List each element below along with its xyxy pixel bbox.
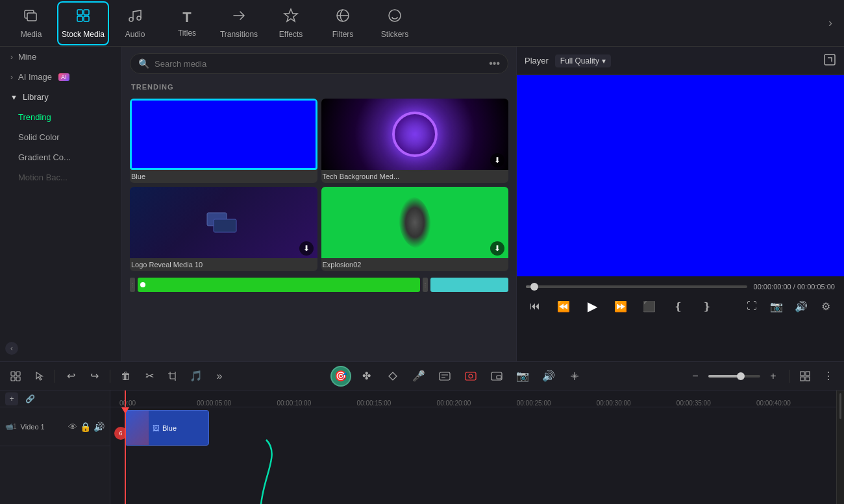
svg-rect-17 [16,377,20,381]
sidebar-item-motion-bac[interactable]: Motion Bac... [0,167,121,187]
filters-icon [335,8,351,27]
ruler-tick-5: 00:00:25:00 [517,400,597,407]
explosion-download-icon[interactable]: ⬇ [490,241,504,256]
sidebar-library-section[interactable]: ▼ Library [0,87,121,107]
crop-btn[interactable] [162,366,183,387]
ai-tool-btn[interactable]: 🎯 [330,366,351,387]
chevron-down-icon: ▼ [10,93,18,101]
mic-btn[interactable]: 🎤 [408,366,429,387]
add-track-btn[interactable]: + [5,392,18,405]
svg-marker-8 [284,9,297,21]
link-btn[interactable]: 🔗 [23,392,36,405]
select-tool-btn[interactable] [29,366,49,387]
explosion-label: Explosion02 [321,258,509,271]
track-label-video1: 📹1 Video 1 👁 🔒 🔊 [0,407,110,446]
timeline-strip: ⋮ ⋮ [130,278,508,292]
redo-btn[interactable]: ↪ [84,366,105,387]
mask-btn[interactable] [382,366,403,387]
scrollbar-thumb[interactable] [839,393,841,419]
media-card-explosion[interactable]: ⬇ Explosion02 [321,187,509,271]
mark-out-btn[interactable]: ❵ [697,297,715,315]
clip-blue[interactable]: 🖼 Blue [125,410,209,446]
media-card-logo[interactable]: ⬇ Logo Reveal Media 10 [130,187,317,271]
sidebar-trending-label: Trending [18,112,51,122]
audio-extract-btn[interactable]: 🎵 [186,366,206,387]
sidebar-gradient-label: Gradient Co... [18,152,71,162]
timeline-scrollbar[interactable] [836,390,844,504]
picture-in-picture-btn[interactable] [486,366,507,387]
nav-media[interactable]: Media [5,1,57,45]
nav-stickers[interactable]: Stickers [369,1,421,45]
more-options-btn[interactable]: ⋮ [818,366,839,387]
volume-btn[interactable]: 🔊 [792,297,810,315]
play-btn[interactable]: ▶ [583,297,601,315]
nav-titles[interactable]: T Titles [161,1,213,45]
skip-back-btn[interactable]: ⏮ [526,297,544,315]
sidebar-item-mine[interactable]: › Mine [0,47,121,67]
ruler-tick-7: 00:00:35:00 [676,400,756,407]
volume-timeline-btn[interactable]: 🔊 [538,366,559,387]
search-more-icon[interactable]: ••• [489,58,500,69]
quality-select[interactable]: Full Quality ▾ [555,54,611,67]
track-name-label: Video 1 [21,423,45,431]
sidebar-item-trending[interactable]: Trending [0,107,121,127]
nav-transitions[interactable]: Transitions [213,1,265,45]
progress-dot [530,283,538,291]
grid-layout-btn[interactable] [795,366,815,387]
subtitles-btn[interactable] [434,366,455,387]
media-card-blue[interactable]: Blue [130,99,317,183]
strip-cyan [430,278,508,292]
volume-track-icon[interactable]: 🔊 [93,422,105,432]
video-edit-btn[interactable] [460,366,481,387]
sidebar-item-gradient[interactable]: Gradient Co... [0,147,121,167]
chevron-right-icon-2: › [10,73,13,82]
audio-icon [127,8,143,27]
noise-btn[interactable]: ✤ [356,366,377,387]
nav-stock-media[interactable]: Stock Media [57,1,109,45]
media-card-tech[interactable]: ⬇ Tech Background Med... [321,99,509,183]
player-expand-icon[interactable] [823,53,836,69]
chevron-left-icon: ‹ [10,344,13,353]
nav-audio[interactable]: Audio [109,1,161,45]
undo-btn[interactable]: ↩ [60,366,81,387]
progress-bar[interactable] [526,285,747,288]
zoom-slider[interactable] [708,375,760,378]
cut-btn[interactable]: ✂ [139,366,160,387]
sidebar-item-ai-image[interactable]: › AI Image AI [0,67,121,87]
lock-icon[interactable]: 🔒 [80,422,91,432]
tech-download-icon[interactable]: ⬇ [490,153,504,167]
sidebar-ai-label: AI Image [18,72,52,82]
frame-back-btn[interactable]: ⏪ [554,297,573,315]
stock-media-icon [75,8,91,27]
settings-extra-btn[interactable]: ⚙ [817,297,835,315]
mark-in-btn[interactable]: ❴ [669,297,687,315]
nav-more-chevron[interactable]: › [822,16,839,30]
nav-filters[interactable]: Filters [317,1,369,45]
track-content-area[interactable]: 6 🖼 Blue [110,407,836,504]
frame-forward-btn[interactable]: ⏩ [612,297,630,315]
sidebar-item-solid-color[interactable]: Solid Color [0,127,121,147]
grid-view-btn[interactable] [5,366,26,387]
transform-btn[interactable] [564,366,585,387]
stop-btn[interactable]: ⬛ [640,297,658,315]
nav-filters-label: Filters [332,30,354,39]
snapshot-btn[interactable]: 📷 [767,297,786,315]
zoom-out-btn[interactable]: − [685,366,706,387]
more-btn[interactable]: » [209,366,230,387]
svg-rect-20 [465,372,476,380]
delete-btn[interactable]: 🗑 [116,366,136,387]
logo-content [130,187,317,258]
zoom-in-btn[interactable]: + [763,366,784,387]
svg-rect-1 [27,13,36,21]
camera-btn[interactable]: 📷 [512,366,533,387]
center-tools: 🎯 ✤ 🎤 📷 🔊 [330,366,585,387]
nav-effects[interactable]: Effects [265,1,317,45]
logo-download-icon[interactable]: ⬇ [299,241,314,256]
left-sidebar: › Mine › AI Image AI ▼ Library Trending … [0,47,122,361]
eye-icon[interactable]: 👁 [68,422,77,432]
sidebar-collapse-btn[interactable]: ‹ [5,342,18,355]
search-input[interactable] [155,59,484,69]
svg-rect-3 [84,10,89,15]
fullscreen-btn[interactable]: ⛶ [743,297,761,315]
timeline-ruler: 00:00 00:00:05:00 00:00:10:00 00:00:15:0… [110,390,836,407]
